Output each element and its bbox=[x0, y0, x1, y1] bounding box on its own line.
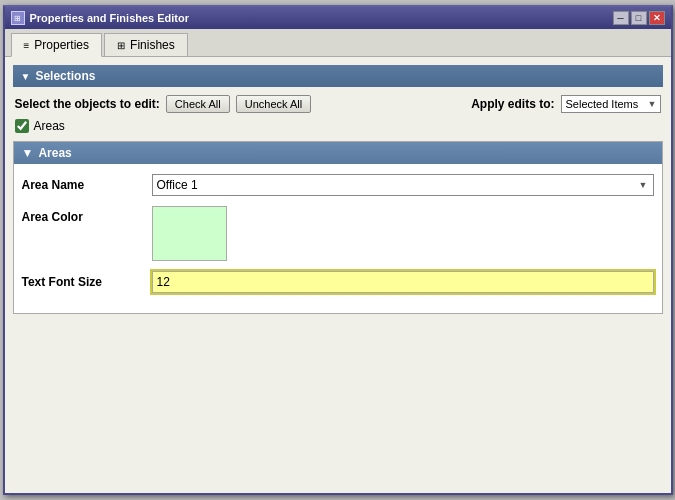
areas-checkbox[interactable] bbox=[15, 119, 29, 133]
areas-checkbox-row: Areas bbox=[13, 119, 663, 133]
minimize-button[interactable]: ─ bbox=[613, 11, 629, 25]
finishes-tab-icon: ⊞ bbox=[117, 40, 125, 51]
close-button[interactable]: ✕ bbox=[649, 11, 665, 25]
main-window: ⊞ Properties and Finishes Editor ─ □ ✕ ≡… bbox=[3, 5, 673, 495]
area-name-row: Area Name Office 1 Office 2 Conference R… bbox=[22, 174, 654, 196]
area-name-select[interactable]: Office 1 Office 2 Conference Room bbox=[152, 174, 654, 196]
tab-properties[interactable]: ≡ Properties bbox=[11, 33, 103, 57]
property-grid: Area Name Office 1 Office 2 Conference R… bbox=[14, 164, 662, 313]
apply-edits-label: Apply edits to: bbox=[471, 97, 554, 111]
title-bar-left: ⊞ Properties and Finishes Editor bbox=[11, 11, 190, 25]
text-font-size-value bbox=[152, 271, 654, 293]
maximize-button[interactable]: □ bbox=[631, 11, 647, 25]
tab-finishes[interactable]: ⊞ Finishes bbox=[104, 33, 188, 56]
selections-title: Selections bbox=[35, 69, 95, 83]
apply-dropdown[interactable]: Selected Items All Items bbox=[561, 95, 661, 113]
content-area: ▼ Selections Select the objects to edit:… bbox=[5, 57, 671, 493]
area-color-label: Area Color bbox=[22, 206, 152, 224]
area-color-swatch[interactable] bbox=[152, 206, 227, 261]
window-title: Properties and Finishes Editor bbox=[30, 12, 190, 24]
selections-section-header: ▼ Selections bbox=[13, 65, 663, 87]
tab-finishes-label: Finishes bbox=[130, 38, 175, 52]
areas-section: ▼ Areas Area Name Office 1 Office 2 Conf… bbox=[13, 141, 663, 314]
area-name-label: Area Name bbox=[22, 174, 152, 192]
selections-left: Select the objects to edit: Check All Un… bbox=[15, 95, 312, 113]
areas-section-header: ▼ Areas bbox=[14, 142, 662, 164]
areas-section-title: Areas bbox=[38, 146, 71, 160]
text-font-size-row: Text Font Size bbox=[22, 271, 654, 293]
selections-right: Apply edits to: Selected Items All Items bbox=[471, 95, 660, 113]
selections-chevron-icon: ▼ bbox=[21, 71, 31, 82]
title-bar-controls: ─ □ ✕ bbox=[613, 11, 665, 25]
check-all-button[interactable]: Check All bbox=[166, 95, 230, 113]
window-icon: ⊞ bbox=[11, 11, 25, 25]
area-name-dropdown-wrapper: Office 1 Office 2 Conference Room bbox=[152, 174, 654, 196]
properties-tab-icon: ≡ bbox=[24, 40, 30, 51]
text-font-size-input[interactable] bbox=[152, 271, 654, 293]
uncheck-all-button[interactable]: Uncheck All bbox=[236, 95, 311, 113]
area-color-value bbox=[152, 206, 654, 261]
areas-chevron-icon: ▼ bbox=[22, 146, 34, 160]
title-bar: ⊞ Properties and Finishes Editor ─ □ ✕ bbox=[5, 7, 671, 29]
selections-bar: Select the objects to edit: Check All Un… bbox=[13, 95, 663, 113]
areas-checkbox-label: Areas bbox=[34, 119, 65, 133]
apply-dropdown-wrapper: Selected Items All Items bbox=[561, 95, 661, 113]
select-objects-label: Select the objects to edit: bbox=[15, 97, 160, 111]
text-font-size-label: Text Font Size bbox=[22, 271, 152, 289]
tab-bar: ≡ Properties ⊞ Finishes bbox=[5, 29, 671, 57]
area-name-value: Office 1 Office 2 Conference Room bbox=[152, 174, 654, 196]
area-color-row: Area Color bbox=[22, 206, 654, 261]
tab-properties-label: Properties bbox=[34, 38, 89, 52]
